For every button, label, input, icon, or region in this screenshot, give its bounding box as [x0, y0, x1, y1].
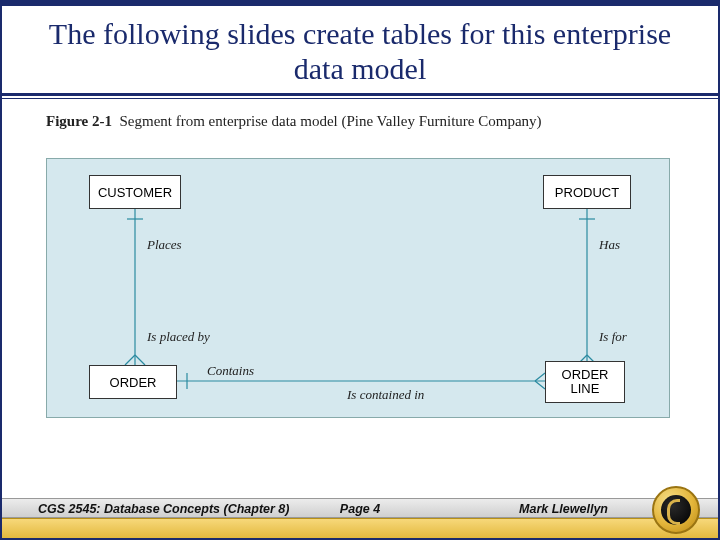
label-places: Places	[147, 237, 182, 253]
label-is-for: Is for	[599, 329, 627, 345]
slide: The following slides create tables for t…	[0, 0, 720, 540]
svg-line-2	[135, 355, 145, 365]
entity-customer: CUSTOMER	[89, 175, 181, 209]
svg-line-9	[535, 373, 545, 381]
svg-line-10	[535, 381, 545, 389]
entity-order: ORDER	[89, 365, 177, 399]
label-is-contained-in: Is contained in	[347, 387, 424, 403]
label-has: Has	[599, 237, 620, 253]
footer-gold-bar	[2, 518, 718, 538]
figure-label: Figure 2-1	[46, 113, 112, 129]
entity-order-line: ORDER LINE	[545, 361, 625, 403]
ucf-logo	[652, 486, 700, 534]
er-diagram: CUSTOMER PRODUCT ORDER ORDER LINE Places…	[46, 158, 670, 418]
label-is-placed-by: Is placed by	[147, 329, 210, 345]
figure-caption: Figure 2-1 Segment from enterprise data …	[2, 99, 718, 136]
footer-author: Mark Llewellyn	[519, 502, 608, 516]
label-contains: Contains	[207, 363, 254, 379]
entity-product: PRODUCT	[543, 175, 631, 209]
figure-text: Segment from enterprise data model (Pine…	[119, 113, 541, 129]
slide-title: The following slides create tables for t…	[2, 6, 718, 93]
title-underline	[2, 93, 718, 96]
svg-line-1	[125, 355, 135, 365]
footer-page: Page 4	[2, 502, 718, 516]
slide-footer: CGS 2545: Database Concepts (Chapter 8) …	[2, 498, 718, 538]
pegasus-icon	[661, 495, 691, 525]
